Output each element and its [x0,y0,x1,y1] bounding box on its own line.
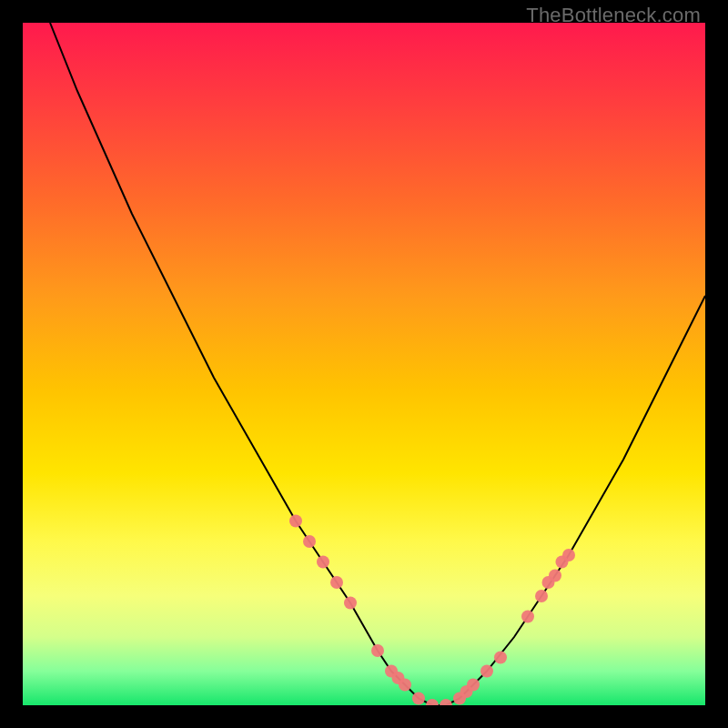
curve-marker [317,556,329,569]
curve-marker [549,570,561,582]
chart-container: TheBottleneck.com [0,0,728,728]
curve-marker [562,549,575,561]
curve-marker [303,535,316,548]
bottleneck-curve [23,23,705,705]
plot-area [23,23,705,705]
curve-marker [330,576,343,589]
curve-marker [289,515,302,528]
curve-marker [399,679,411,692]
curve-marker [412,693,425,705]
curve-marker [440,699,452,705]
curve-marker [426,699,439,705]
curve-marker [494,652,507,664]
curve-marker [480,665,493,678]
curve-marker [344,597,357,610]
curve-marker [371,644,384,657]
watermark: TheBottleneck.com [526,4,701,27]
curve-marker [535,590,548,602]
curve-marker [521,611,534,623]
curve-marker [467,679,480,692]
